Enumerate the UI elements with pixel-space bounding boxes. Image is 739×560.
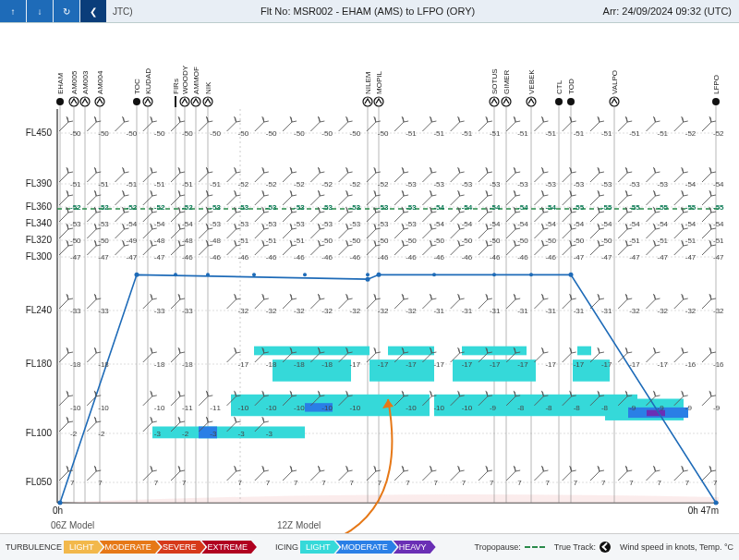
svg-text:-54: -54	[517, 220, 528, 228]
svg-text:-32: -32	[657, 307, 668, 315]
svg-text:-9: -9	[713, 404, 721, 412]
svg-text:MOPIL: MOPIL	[375, 71, 383, 94]
svg-text:-53: -53	[601, 180, 612, 189]
svg-text:-33: -33	[98, 307, 109, 315]
svg-text:-54: -54	[713, 220, 724, 228]
model-right-label: 12Z Model	[277, 520, 321, 530]
svg-text:-51: -51	[657, 237, 668, 245]
svg-point-110	[432, 273, 436, 276]
svg-text:-50: -50	[70, 237, 81, 245]
legend-turbulence: TURBULENCE LIGHT MODERATE SEVERE EXTREME	[6, 541, 253, 554]
svg-point-75	[567, 98, 575, 105]
svg-text:7: 7	[433, 479, 438, 487]
svg-text:7: 7	[321, 479, 326, 487]
svg-text:-53: -53	[321, 220, 333, 228]
svg-text:-51: -51	[182, 180, 193, 189]
svg-text:-53: -53	[406, 203, 417, 212]
svg-text:7: 7	[238, 479, 243, 487]
svg-text:-54: -54	[574, 220, 585, 228]
svg-rect-87	[273, 359, 351, 382]
svg-text:-50: -50	[350, 129, 361, 138]
svg-text:-46: -46	[350, 253, 361, 262]
svg-text:7: 7	[685, 479, 690, 487]
utc-hint: JTC)	[113, 6, 133, 17]
svg-text:-46: -46	[238, 253, 249, 262]
svg-text:-31: -31	[574, 307, 585, 315]
svg-text:-50: -50	[182, 129, 193, 138]
svg-text:-52: -52	[294, 180, 305, 189]
svg-text:FL100: FL100	[26, 428, 53, 438]
svg-text:-53: -53	[657, 180, 668, 189]
arrival-time: Arr: 24/09/2024 09:32 (UTC)	[603, 6, 732, 17]
svg-text:-53: -53	[321, 203, 333, 212]
turb-extreme: EXTREME	[201, 541, 257, 554]
svg-text:-47: -47	[601, 253, 612, 262]
svg-text:NIK: NIK	[204, 81, 212, 94]
svg-text:-46: -46	[266, 253, 277, 262]
svg-point-109	[366, 273, 370, 276]
svg-text:7: 7	[490, 479, 494, 487]
nav-up-button[interactable]: ↑	[0, 0, 26, 22]
svg-text:LFPO: LFPO	[712, 75, 721, 94]
turb-severe: SEVERE	[157, 541, 206, 554]
svg-text:-54: -54	[462, 220, 473, 228]
svg-text:-50: -50	[294, 129, 305, 138]
svg-text:-53: -53	[406, 220, 417, 228]
svg-text:FL240: FL240	[26, 305, 53, 315]
svg-text:-50: -50	[238, 129, 249, 138]
svg-text:-53: -53	[517, 180, 528, 189]
svg-text:-32: -32	[406, 307, 417, 315]
svg-text:-46: -46	[321, 253, 333, 262]
svg-text:-55: -55	[629, 203, 640, 212]
svg-text:-17: -17	[433, 360, 444, 369]
svg-text:-54: -54	[490, 220, 501, 228]
svg-text:-51: -51	[238, 237, 249, 245]
svg-text:-50: -50	[517, 237, 528, 245]
svg-text:7: 7	[517, 479, 522, 487]
svg-text:FL300: FL300	[26, 251, 53, 262]
svg-text:-32: -32	[685, 307, 697, 315]
svg-text:-32: -32	[713, 307, 724, 315]
svg-text:TOD: TOD	[567, 79, 575, 94]
svg-text:7: 7	[294, 479, 298, 487]
svg-text:-50: -50	[462, 237, 473, 245]
svg-text:-47: -47	[154, 253, 165, 262]
svg-text:7: 7	[266, 479, 271, 487]
svg-text:-33: -33	[154, 307, 165, 315]
svg-text:-52: -52	[70, 203, 81, 212]
svg-text:-47: -47	[713, 253, 724, 262]
svg-text:-52: -52	[713, 129, 724, 138]
svg-text:-10: -10	[70, 404, 81, 412]
svg-text:-51: -51	[490, 129, 501, 138]
svg-text:-52: -52	[238, 180, 249, 189]
svg-text:-53: -53	[294, 220, 305, 228]
svg-text:7: 7	[70, 479, 75, 487]
svg-text:-17: -17	[350, 360, 361, 369]
svg-text:-46: -46	[406, 253, 417, 262]
svg-text:-52: -52	[182, 203, 193, 212]
svg-text:-32: -32	[378, 307, 389, 315]
svg-text:AM004: AM004	[96, 70, 104, 94]
svg-text:-46: -46	[490, 253, 501, 262]
nav-back-button[interactable]: ❮	[80, 0, 106, 22]
svg-text:-53: -53	[210, 220, 221, 228]
svg-text:-54: -54	[685, 220, 697, 228]
svg-text:-9: -9	[685, 404, 693, 412]
svg-text:-55: -55	[601, 203, 612, 212]
svg-point-108	[303, 273, 307, 276]
svg-text:-50: -50	[321, 129, 333, 138]
svg-point-112	[529, 273, 533, 276]
svg-text:-10: -10	[98, 404, 109, 412]
svg-text:-46: -46	[210, 253, 221, 262]
tropopause-swatch	[525, 546, 545, 548]
svg-text:SOTUS: SOTUS	[491, 68, 499, 94]
nav-down-button[interactable]: ↓	[27, 0, 53, 22]
svg-text:-48: -48	[210, 237, 221, 245]
svg-text:NILEM: NILEM	[364, 71, 372, 94]
svg-text:-54: -54	[545, 203, 556, 212]
svg-text:-54: -54	[462, 203, 473, 212]
svg-text:-17: -17	[406, 360, 417, 369]
svg-text:-54: -54	[433, 220, 444, 228]
svg-text:-53: -53	[98, 220, 109, 228]
nav-refresh-button[interactable]: ↻	[54, 0, 79, 22]
